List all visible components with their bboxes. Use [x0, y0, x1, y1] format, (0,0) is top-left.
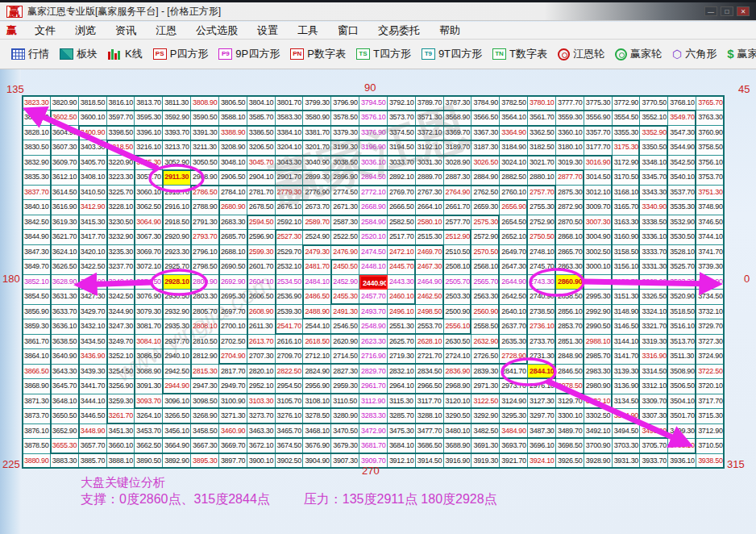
grid-cell: 3398.50 [107, 126, 135, 140]
grid-cell: 3518.50 [668, 305, 696, 319]
grid-cell: 2515.30 [416, 230, 444, 244]
grid-cell: 2740.90 [528, 290, 556, 304]
grid-cell: 2784.10 [219, 186, 247, 200]
minimize-button[interactable]: — [704, 6, 717, 16]
grid-cell: 2464.90 [416, 275, 444, 290]
grid-cell: 3333.70 [640, 245, 668, 260]
grid-cell: 3379.30 [331, 126, 359, 140]
grid-cell: 3429.70 [79, 305, 107, 319]
menu-item-3[interactable]: 江恩 [146, 22, 186, 40]
grid-cell: 3216.10 [135, 140, 163, 155]
support-levels-text: 支撑：0度2860点、315度2844点 [81, 492, 270, 506]
grid-cell: 2762.50 [471, 186, 500, 200]
menu-item-5[interactable]: 设置 [247, 22, 288, 40]
grid-cell: 2733.70 [528, 335, 556, 349]
tool-行情[interactable]: 行情 [11, 47, 49, 61]
grid-cell: 3787.30 [444, 96, 472, 111]
tool-赢家服务[interactable]: $赢家服务 [727, 47, 756, 61]
tool-T数字表[interactable]: TNT数字表 [492, 47, 547, 61]
grid-cell: 3300.10 [556, 409, 584, 423]
maximize-button[interactable]: □ [721, 6, 733, 16]
grid-cell: 3060.10 [135, 186, 163, 200]
grid-cell: 3686.50 [416, 439, 444, 453]
grid-cell: 3914.50 [416, 454, 444, 469]
grid-cell: 3064.90 [135, 215, 163, 230]
tool-T四方形[interactable]: TST四方形 [356, 47, 411, 61]
grid-cell: 2640.10 [500, 305, 528, 319]
grid-cell: 3086.50 [135, 349, 163, 364]
grid-cell: 2580.10 [416, 215, 444, 230]
tool-六角形[interactable]: ⬡六角形 [672, 47, 717, 61]
grid-cell: 3717.70 [696, 394, 725, 409]
menu-item-4[interactable]: 公式选股 [186, 22, 247, 40]
grid-cell: 3837.70 [23, 186, 51, 200]
grid-cell: 3386.50 [247, 126, 276, 140]
grid-cell: 3748.90 [696, 200, 725, 215]
menu-item-9[interactable]: 帮助 [430, 22, 470, 40]
grid-cell: 3938.50 [696, 454, 725, 469]
tool-label: P数字表 [307, 47, 346, 61]
grid-cell: 3120.10 [444, 394, 472, 409]
menu-item-7[interactable]: 窗口 [328, 22, 368, 40]
grid-cell: 3081.70 [135, 319, 163, 334]
tool-板块[interactable]: 板块 [60, 47, 98, 61]
menu-item-8[interactable]: 交易委托 [368, 22, 430, 40]
grid-cell: 3511.30 [668, 349, 696, 364]
grid-cell: 3566.50 [471, 111, 500, 125]
grid-cell: 3415.30 [79, 215, 107, 230]
grid-cell: 3264.10 [135, 409, 163, 423]
grid-cell: 2584.90 [359, 215, 388, 230]
grid-cell: 2553.70 [416, 319, 444, 334]
grid-cell: 2805.70 [191, 305, 219, 319]
grid-cell: 2928.10 [163, 275, 191, 290]
grid-cell: 2942.50 [163, 365, 191, 379]
tn-badge-icon: TN [492, 48, 506, 60]
grid-cell: 3256.90 [107, 379, 135, 394]
tool-江恩轮[interactable]: 江恩轮 [558, 47, 604, 61]
grid-cell: 3609.70 [51, 156, 79, 170]
grid-cell: 2822.50 [276, 365, 304, 379]
grid-cell: 3564.10 [500, 111, 528, 125]
grid-cell: 2920.90 [163, 230, 191, 244]
grid-cell: 3638.50 [51, 335, 79, 349]
grid-cell: 2500.90 [444, 305, 472, 319]
menu-item-6[interactable]: 工具 [288, 22, 328, 40]
tool-赢家轮[interactable]: 赢家轮 [615, 47, 662, 61]
grid-cell: 2503.30 [444, 290, 472, 304]
grid-cell: 3355.30 [613, 126, 641, 140]
grid-cell: 3804.10 [247, 96, 276, 111]
grid-cell: 2637.70 [500, 319, 528, 334]
menu-item-1[interactable]: 浏览 [65, 22, 106, 40]
grid-cell: 3091.30 [135, 379, 163, 394]
grid-cell: 2748.10 [528, 245, 556, 260]
grid-cell: 3710.50 [696, 439, 725, 453]
grid-cell: 2659.30 [471, 200, 500, 215]
grid-cell: 3619.30 [51, 215, 79, 230]
grid-cell: 3585.70 [247, 111, 276, 125]
grid-cell: 3189.70 [444, 140, 472, 155]
grid-cell: 3235.30 [107, 245, 135, 260]
grid-cell: 3288.10 [416, 409, 444, 423]
grid-cell: 2469.70 [416, 245, 444, 260]
grid-cell: 2498.50 [416, 305, 444, 319]
grid-cell: 3588.10 [219, 111, 247, 125]
grid-cell: 2652.10 [500, 230, 528, 244]
tool-9T四方形[interactable]: T99T四方形 [422, 47, 482, 61]
grid-cell: 2952.10 [247, 379, 276, 394]
menu-item-2[interactable]: 资讯 [106, 22, 146, 40]
grid-cell: 2841.70 [500, 365, 528, 379]
tool-P四方形[interactable]: PSP四方形 [153, 47, 209, 61]
close-button[interactable]: ✕ [737, 6, 750, 16]
grid-cell: 3655.30 [51, 439, 79, 453]
grid-cell: 3784.90 [471, 96, 500, 111]
grid-cell: 3854.50 [23, 290, 51, 304]
tool-K线[interactable]: K线 [108, 47, 143, 61]
grid-cell: 3376.90 [359, 126, 388, 140]
menu-item-0[interactable]: 文件 [25, 22, 65, 40]
grid-cell: 3897.70 [219, 454, 247, 469]
grid-cell: 3036.10 [359, 156, 388, 170]
tool-P数字表[interactable]: PNP数字表 [290, 47, 346, 61]
grid-cell: 3756.10 [696, 156, 725, 170]
grid-cell: 2457.70 [359, 290, 388, 304]
tool-9P四方形[interactable]: P99P四方形 [218, 47, 280, 61]
